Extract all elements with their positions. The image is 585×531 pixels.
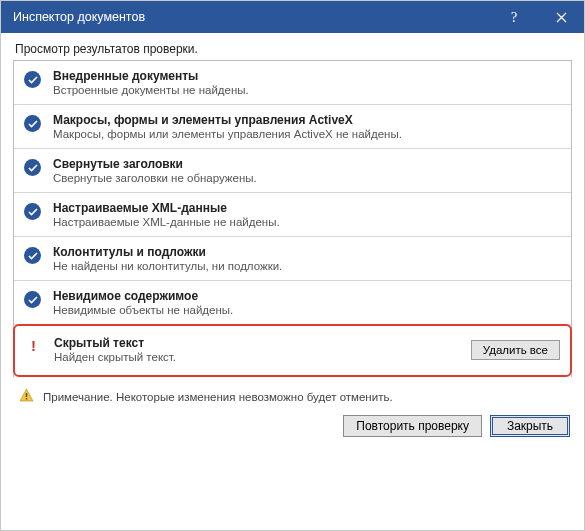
row-desc: Найден скрытый текст. <box>54 351 463 363</box>
result-row: Колонтитулы и подложки Не найдены ни кол… <box>14 237 571 281</box>
row-desc: Невидимые объекты не найдены. <box>53 304 561 316</box>
result-row: Настраиваемые XML-данные Настраиваемые X… <box>14 193 571 237</box>
row-title: Настраиваемые XML-данные <box>53 201 561 215</box>
note-text: Примечание. Некоторые изменения невозмож… <box>43 391 393 403</box>
check-icon <box>24 115 41 132</box>
alert-icon: ! <box>25 337 42 354</box>
row-desc: Встроенные документы не найдены. <box>53 84 561 96</box>
footer-note: Примечание. Некоторые изменения невозмож… <box>1 384 584 407</box>
row-title: Свернутые заголовки <box>53 157 561 171</box>
row-title: Макросы, формы и элементы управления Act… <box>53 113 561 127</box>
check-icon <box>24 203 41 220</box>
svg-rect-1 <box>26 393 27 397</box>
alert-row: ! Скрытый текст Найден скрытый текст. Уд… <box>13 324 572 377</box>
row-desc: Не найдены ни колонтитулы, ни подложки. <box>53 260 561 272</box>
help-button[interactable]: ? <box>492 1 538 33</box>
svg-rect-2 <box>26 398 27 400</box>
reinspect-button[interactable]: Повторить проверку <box>343 415 482 437</box>
row-title: Колонтитулы и подложки <box>53 245 561 259</box>
svg-text:?: ? <box>511 10 517 24</box>
result-row: Внедренные документы Встроенные документ… <box>14 61 571 105</box>
row-title: Скрытый текст <box>54 336 463 350</box>
window-title: Инспектор документов <box>13 10 492 24</box>
remove-all-button[interactable]: Удалить все <box>471 340 560 360</box>
row-desc: Настраиваемые XML-данные не найдены. <box>53 216 561 228</box>
titlebar: Инспектор документов ? <box>1 1 584 33</box>
row-title: Невидимое содержимое <box>53 289 561 303</box>
row-desc: Макросы, формы или элементы управления A… <box>53 128 561 140</box>
subtitle-text: Просмотр результатов проверки. <box>1 33 584 60</box>
close-button[interactable]: Закрыть <box>490 415 570 437</box>
result-row: Свернутые заголовки Свернутые заголовки … <box>14 149 571 193</box>
warning-icon <box>19 388 34 405</box>
check-icon <box>24 291 41 308</box>
row-title: Внедренные документы <box>53 69 561 83</box>
footer-buttons: Повторить проверку Закрыть <box>1 407 584 451</box>
result-row: Невидимое содержимое Невидимые объекты н… <box>14 281 571 325</box>
close-window-button[interactable] <box>538 1 584 33</box>
check-icon <box>24 71 41 88</box>
row-desc: Свернутые заголовки не обнаружены. <box>53 172 561 184</box>
results-list: Внедренные документы Встроенные документ… <box>13 60 572 377</box>
result-row: Макросы, формы и элементы управления Act… <box>14 105 571 149</box>
check-icon <box>24 159 41 176</box>
check-icon <box>24 247 41 264</box>
